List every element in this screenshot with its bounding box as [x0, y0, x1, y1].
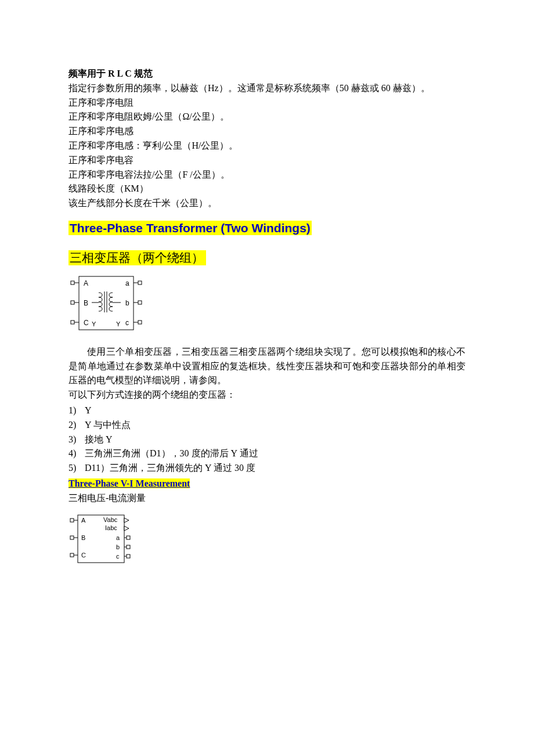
transformer-block-icon: A B C a b c Y Y [68, 274, 144, 332]
port-label: c [125, 319, 129, 327]
measurement-diagram: A B C Vabc Iabc a b c [68, 513, 466, 570]
svg-rect-3 [71, 321, 74, 324]
svg-rect-1 [71, 281, 74, 285]
svg-rect-2 [71, 301, 74, 304]
rlc-heading: 频率用于 R L C 规范 [68, 67, 466, 81]
port-label: a [125, 279, 129, 287]
port-label: a [116, 534, 120, 541]
port-label: B [84, 299, 88, 307]
measurement-title-en: Three-Phase V-I Measurement [68, 478, 190, 488]
list-item: 2)Y 与中性点 [68, 418, 466, 433]
svg-rect-7 [138, 281, 142, 285]
y-label: Y [116, 321, 121, 327]
svg-marker-24 [124, 518, 129, 523]
transformer-title-en-wrap: Three-Phase Transformer (Two Windings) [68, 219, 466, 238]
connection-list: 1)Y 2)Y 与中性点 3)接地 Y 4)三角洲三角洲（D1），30 度的滞后… [68, 404, 466, 476]
measurement-title-cn: 三相电压-电流测量 [68, 491, 466, 506]
transformer-description: 使用三个单相变压器，三相变压器三相变压器两个绕组块实现了。您可以模拟饱和的核心不… [68, 345, 466, 476]
svg-rect-20 [70, 553, 74, 557]
rlc-line: 正序和零序电感 [68, 124, 466, 139]
svg-rect-8 [138, 301, 142, 304]
rlc-section: 频率用于 R L C 规范 指定行参数所用的频率，以赫兹（Hz）。这通常是标称系… [68, 67, 466, 211]
svg-rect-18 [70, 519, 74, 522]
rlc-line: 指定行参数所用的频率，以赫兹（Hz）。这通常是标称系统频率（50 赫兹或 60 … [68, 81, 466, 96]
list-item: 3)接地 Y [68, 433, 466, 447]
measurement-block-icon: A B C Vabc Iabc a b c [68, 513, 138, 565]
rlc-line: 该生产线部分长度在千米（公里）。 [68, 196, 466, 211]
list-item: 4)三角洲三角洲（D1），30 度的滞后 Y 通过 [68, 447, 466, 461]
y-label: Y [92, 321, 96, 327]
svg-marker-25 [124, 526, 129, 531]
svg-rect-27 [127, 545, 130, 549]
transformer-para1: 使用三个单相变压器，三相变压器三相变压器两个绕组块实现了。您可以模拟饱和的核心不… [68, 345, 466, 388]
port-label: B [81, 534, 85, 541]
svg-rect-28 [127, 555, 130, 558]
rlc-line: 正序和零序电感：亨利/公里（H/公里）。 [68, 139, 466, 153]
rlc-line: 线路段长度（KM） [68, 182, 466, 196]
port-label: b [116, 543, 120, 550]
transformer-diagram: A B C a b c Y Y [68, 274, 466, 337]
transformer-para2: 可以下列方式连接的两个绕组的变压器： [68, 388, 466, 402]
port-label: A [84, 279, 88, 287]
document-page: 频率用于 R L C 规范 指定行参数所用的频率，以赫兹（Hz）。这通常是标称系… [0, 0, 534, 612]
transformer-title-cn-wrap: 三相变压器（两个绕组） [68, 249, 466, 268]
port-label: Iabc [105, 524, 117, 531]
svg-rect-9 [138, 321, 142, 324]
rlc-line: 正序和零序电容 [68, 153, 466, 168]
port-label: C [81, 552, 86, 559]
transformer-title-en: Three-Phase Transformer (Two Windings) [68, 221, 312, 235]
measurement-section: Three-Phase V-I Measurement 三相电压-电流测量 A … [68, 477, 466, 569]
svg-rect-26 [127, 536, 130, 539]
transformer-title-cn: 三相变压器（两个绕组） [68, 250, 206, 265]
port-label: b [125, 299, 129, 307]
port-label: A [81, 517, 86, 524]
svg-rect-19 [70, 536, 74, 539]
rlc-line: 正序和零序电阻欧姆/公里（Ω/公里）。 [68, 110, 466, 124]
port-label: C [84, 319, 89, 327]
rlc-line: 正序和零序电阻 [68, 96, 466, 110]
rlc-line: 正序和零序电容法拉/公里（F /公里）。 [68, 168, 466, 182]
list-item: 5)D11）三角洲，三角洲领先的 Y 通过 30 度 [68, 461, 466, 476]
port-label: Vabc [103, 516, 118, 523]
list-item: 1)Y [68, 404, 466, 418]
port-label: c [116, 553, 120, 560]
